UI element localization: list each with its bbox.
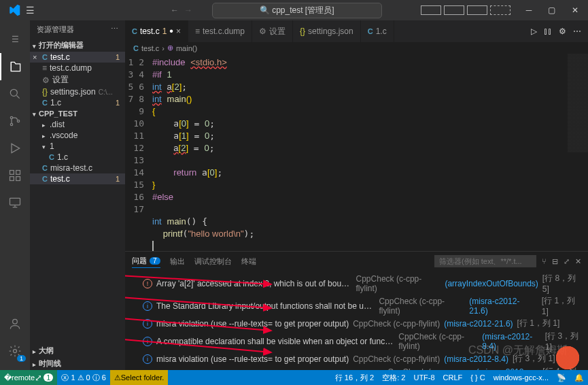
- menu-toggle-icon[interactable]: ☰: [0, 26, 30, 53]
- language-mode[interactable]: { } C: [466, 373, 489, 383]
- svg-rect-6: [10, 177, 14, 181]
- close-tab-icon[interactable]: ×: [176, 27, 181, 36]
- open-editor-item[interactable]: ≡test.c.dump: [30, 63, 125, 73]
- close-icon[interactable]: ✕: [565, 5, 585, 15]
- status-bar: �remote⁠⤢1 ⓧ 1 ⚠ 0 ⓘ 6 ⚠ Select folder. …: [0, 370, 588, 385]
- more-icon[interactable]: ⋯: [111, 24, 118, 35]
- editor-tab[interactable]: C1.c: [361, 20, 394, 42]
- svg-point-9: [13, 319, 18, 324]
- file-item[interactable]: Cmisra-test.c: [30, 163, 125, 173]
- problem-item[interactable]: iFunction types shall be in prototype fo…: [129, 365, 584, 370]
- run-debug-icon[interactable]: [0, 135, 30, 162]
- file-item[interactable]: C1.c: [30, 152, 125, 163]
- encoding[interactable]: UTF-8: [409, 373, 438, 383]
- svg-point-3: [17, 120, 19, 122]
- close-panel-icon[interactable]: ✕: [575, 257, 581, 266]
- eol[interactable]: CRLF: [439, 373, 467, 383]
- file-type-icon: C: [42, 175, 48, 183]
- editor-tab[interactable]: Ctest.c1•×: [125, 20, 188, 42]
- folder-item[interactable]: .vscode: [30, 130, 125, 141]
- toolchain[interactable]: windows-gcc-x...: [489, 373, 553, 383]
- editor-tab[interactable]: ≡test.c.dump: [188, 20, 252, 42]
- remote-indicator[interactable]: �remote⁠⤢1: [0, 370, 57, 385]
- extensions-icon[interactable]: [0, 162, 30, 189]
- c-file-icon: C: [133, 44, 139, 52]
- menu-icon[interactable]: ☰: [26, 5, 35, 16]
- nav-back-icon[interactable]: ←: [171, 5, 179, 15]
- filter-icon[interactable]: ⑂: [542, 257, 547, 265]
- tab-output[interactable]: 输出: [170, 255, 185, 268]
- layout-controls[interactable]: [421, 5, 511, 15]
- sidebar-title[interactable]: 资源管理器⋯: [30, 20, 125, 39]
- info-icon: i: [143, 319, 152, 329]
- svg-point-2: [10, 123, 12, 125]
- breadcrumb[interactable]: C test.c › ⊕ main(): [125, 42, 588, 54]
- open-editor-item[interactable]: ×Ctest.c1: [30, 52, 125, 63]
- folder-item[interactable]: .dist: [30, 119, 125, 130]
- function-icon: ⊕: [167, 44, 173, 52]
- open-editor-item[interactable]: {}settings.jsonC:\...: [30, 86, 125, 97]
- file-type-icon: {}: [42, 87, 48, 97]
- nav-forward-icon[interactable]: →: [184, 5, 192, 15]
- problem-item[interactable]: !Array 'a[2]' accessed at index 2, which…: [129, 272, 584, 295]
- file-type-icon: ⚙: [42, 76, 50, 85]
- accounts-icon[interactable]: [0, 310, 30, 337]
- sidebar: 资源管理器⋯ 打开的编辑器 ×Ctest.c1≡test.c.dump⚙设置{}…: [30, 20, 125, 370]
- collapse-icon[interactable]: ⊟: [552, 257, 558, 266]
- svg-point-0: [10, 89, 17, 96]
- command-center[interactable]: 🔍 cpp_test [管理员]: [212, 3, 382, 18]
- outline-header[interactable]: 大纲: [30, 344, 125, 357]
- file-type-icon: C: [132, 27, 137, 35]
- close-icon[interactable]: ×: [33, 53, 37, 61]
- error-count[interactable]: ⓧ 1 ⚠ 0 ⓘ 6: [57, 373, 109, 383]
- split-icon[interactable]: ⫿⫿: [544, 27, 552, 36]
- more-icon[interactable]: ⋯: [573, 27, 581, 36]
- vscode-logo-icon: [8, 4, 20, 16]
- tab-problems[interactable]: 问题7: [132, 254, 160, 268]
- explorer-icon[interactable]: [0, 53, 30, 80]
- open-editor-item[interactable]: ⚙设置: [30, 73, 125, 86]
- svg-rect-5: [16, 171, 20, 175]
- settings-icon[interactable]: ⚙: [559, 27, 566, 36]
- select-folder-warning[interactable]: ⚠ Select folder.: [110, 370, 169, 385]
- open-editor-item[interactable]: C1.c1: [30, 97, 125, 108]
- maximize-icon[interactable]: ▢: [542, 5, 562, 15]
- settings-gear-icon[interactable]: 1: [0, 337, 30, 365]
- indentation[interactable]: 空格: 2: [378, 373, 409, 383]
- svg-point-1: [10, 116, 12, 118]
- titlebar: ☰ ← → 🔍 cpp_test [管理员] ─ ▢ ✕: [0, 0, 588, 20]
- open-editors-header[interactable]: 打开的编辑器: [30, 39, 125, 52]
- timeline-header[interactable]: 时间线: [30, 357, 125, 370]
- cursor-position[interactable]: 行 16，列 2: [331, 373, 378, 383]
- editor-tab[interactable]: ⚙设置: [252, 20, 293, 42]
- activity-bar: ☰ 1: [0, 20, 30, 370]
- minimap[interactable]: [568, 54, 588, 251]
- problem-item[interactable]: iA compatible declaration shall be visib…: [129, 330, 584, 352]
- bottom-panel: 问题7 输出 调试控制台 终端 ⑂ ⊟ ⤢ ✕ !: [125, 251, 588, 370]
- notifications-icon[interactable]: 🔔: [570, 373, 588, 383]
- file-item[interactable]: Ctest.c1: [30, 173, 125, 184]
- problems-list[interactable]: !Array 'a[2]' accessed at index 2, which…: [125, 271, 588, 370]
- maximize-panel-icon[interactable]: ⤢: [564, 257, 570, 266]
- file-type-icon: C: [42, 164, 48, 172]
- source-control-icon[interactable]: [0, 107, 30, 135]
- problem-item[interactable]: imisra violation (use --rule-texts= to g…: [129, 317, 584, 330]
- tab-terminal[interactable]: 终端: [241, 255, 256, 268]
- folder-header[interactable]: CPP_TEST: [30, 108, 125, 119]
- code-editor[interactable]: 1 2 3 4 5 6 7 8 9 10 11 12 13 14 15 16 1…: [125, 54, 588, 251]
- file-type-icon: {}: [300, 27, 305, 36]
- problems-filter-input[interactable]: [434, 255, 536, 267]
- file-type-icon: ≡: [195, 27, 200, 36]
- tab-debug-console[interactable]: 调试控制台: [194, 255, 232, 268]
- remote-explorer-icon[interactable]: [0, 189, 30, 216]
- info-icon: i: [143, 354, 152, 364]
- run-icon[interactable]: ▷: [531, 27, 537, 36]
- search-icon[interactable]: [0, 80, 30, 107]
- editor-tab[interactable]: {}settings.json: [293, 20, 361, 42]
- minimize-icon[interactable]: ─: [519, 5, 539, 15]
- feedback-icon[interactable]: 📡: [553, 373, 570, 383]
- folder-item[interactable]: 1: [30, 141, 125, 152]
- problem-item[interactable]: iThe Standard Library input/output funct…: [129, 295, 584, 317]
- error-icon: !: [143, 279, 152, 288]
- problem-item[interactable]: imisra violation (use --rule-texts= to g…: [129, 352, 584, 365]
